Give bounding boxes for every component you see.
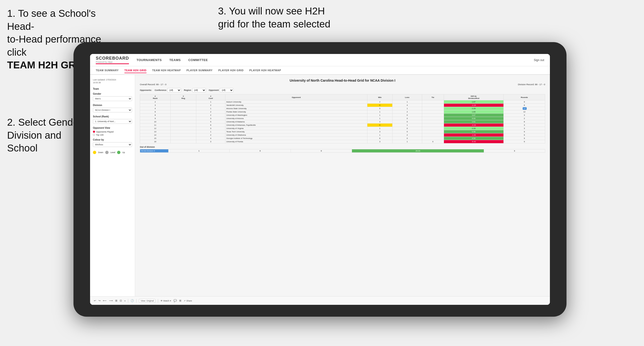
sign-out-link[interactable]: Sign out [534,58,544,62]
clock-btn[interactable]: 🕐 [130,299,134,302]
col-conf: #Conf [196,94,226,100]
subnav: TEAM SUMMARY TEAM H2H GRID TEAM H2H HEAT… [90,66,550,75]
radio-dot-2 [93,134,95,136]
legend-level-label: Level [110,151,115,154]
subnav-player-h2h-grid[interactable]: PLAYER H2H GRID [218,68,244,73]
radio-top100[interactable]: Top 100 [93,134,132,136]
colour-by-label: Colour by [93,139,132,141]
step-back-btn[interactable]: ⟵ [103,299,107,302]
gender-select[interactable]: Men's [93,96,132,101]
data-table: #Rank #Reg #Conf Opponent Win Loss Tie D… [140,94,545,143]
out-of-division: Out of division NCAA Division II 1 0 0 2… [140,146,545,153]
subnav-team-h2h-grid[interactable]: TEAM H2H GRID [124,68,146,73]
opponents-label: Opponents: [140,89,152,91]
nav-items: TOURNAMENTS TEAMS COMMITTEE [136,57,534,63]
tablet: SCOREBOARD Powered by clippi TOURNAMENTS… [74,42,566,317]
navbar: SCOREBOARD Powered by clippi TOURNAMENTS… [90,54,550,66]
ann2-line2: Division and [7,130,62,141]
undo-btn[interactable]: ↩ [94,299,96,302]
ann2-line1: 2. Select Gender, [7,117,84,128]
col-loss: Loss [392,94,422,100]
ann3-line2: grid for the team selected [218,18,330,30]
opponent-filter-select[interactable]: (All) [220,88,234,92]
team-label: Team [93,88,132,90]
overall-record: Overall Record: 89 - 17 - 0 [140,83,166,86]
ood-table: NCAA Division II 1 0 0 26.00 3 [140,149,545,153]
share-btn[interactable]: ↗ Share [184,300,192,302]
subnav-team-summary[interactable]: TEAM SUMMARY [96,68,119,73]
division-select[interactable]: NCAA Division I [93,108,132,112]
conference-filter-select[interactable]: (All) [167,88,181,92]
ood-rounds: 3 [484,149,545,153]
radio-label-2: Top 100 [96,134,104,136]
radio-opponents-played[interactable]: Opponents Played [93,131,132,133]
divider-1 [128,299,128,303]
timestamp-value: 16:55:38 [93,81,101,84]
copy-btn[interactable]: ⊞ [115,299,117,302]
filter-row: Opponents: Conference (All) Region (All) [140,88,545,92]
radio-label-1: Opponents Played [96,131,114,133]
table-row: 154Georgia Institute of Technology604.50… [140,137,545,140]
step-fwd-btn[interactable]: ⟶ [109,299,113,302]
logo: SCOREBOARD Powered by clippi [96,56,129,64]
table-row: 131Texas Tech University305.569 [140,130,545,134]
legend-up-dot [117,151,120,154]
legend-down-label: Down [98,151,103,154]
ood-loss: 0 [230,149,291,153]
subnav-player-h2h-heatmap[interactable]: PLAYER H2H HEATMAP [249,68,281,73]
division-record: Division Record: 88 - 17 - 0 [518,83,545,86]
paste-btn[interactable]: ⊡ [120,299,122,302]
filter-opponents: Opponents: [140,89,152,91]
nav-tournaments[interactable]: TOURNAMENTS [136,57,162,63]
legend: Down Level Up [93,151,132,154]
opponent-view-label: Opponent View [93,127,132,129]
timestamp-label: Last Updated: 27/03/2024 [93,79,116,81]
legend-down-dot [93,151,96,154]
ann1-line1: 1. To see a School's Head- [7,8,96,32]
ann3-line1: 3. You will now see H2H [218,5,325,16]
col-diff: Diff AvStrokes/Rnd [444,94,504,100]
subnav-player-summary[interactable]: PLAYER SUMMARY [186,68,212,73]
school-select[interactable]: 1. University of Nort... [93,119,132,124]
watch-label: Watch [163,300,169,302]
nav-committee[interactable]: COMMITTEE [188,57,208,63]
main-content: Last Updated: 27/03/2024 16:55:38 Team G… [90,75,550,296]
divider-2 [136,299,136,303]
school-label: School (Rank) [93,115,132,118]
add-btn[interactable]: + [124,299,126,302]
ood-name: NCAA Division II [140,149,168,153]
region-filter-select[interactable]: (All) [192,88,206,92]
tablet-screen: SCOREBOARD Powered by clippi TOURNAMENTS… [90,54,550,305]
ood-tie: 0 [291,149,352,153]
col-rounds: Rounds [504,94,545,100]
watch-btn[interactable]: 👁 Watch ▾ [160,300,171,302]
nav-teams[interactable]: TEAMS [169,57,180,63]
ood-label: Out of division [140,146,545,148]
subnav-team-h2h-heatmap[interactable]: TEAM H2H HEATMAP [152,68,181,73]
redo-btn[interactable]: ↪ [98,299,100,302]
share-label: Share [186,300,192,302]
annotation-2: 2. Select Gender, Division and School [7,116,84,155]
gender-label: Gender [93,93,132,95]
ood-row: NCAA Division II 1 0 0 26.00 3 [140,149,545,153]
view-label: View: Original [140,300,154,302]
table-row: 116University of Arkansas, Fayetteville0… [140,124,545,127]
table-row: 82University of Washington103.673 [140,114,545,117]
filter-opponent: Opponent (All) [209,88,234,92]
logo-text: SCOREBOARD [96,56,129,61]
table-row: 105University of Alabama302.618 [140,120,545,124]
ood-win: 1 [168,149,230,153]
colour-by-select[interactable]: Win/loss [93,142,132,147]
comment-btn[interactable]: 💬 [174,299,177,302]
view-original-btn[interactable]: View: Original [139,299,155,303]
table-row: 32Vanderbilt University04-2.298 [140,104,545,107]
table-row: 142University of Oklahoma12-1.009 [140,134,545,137]
table-row: 41Arizona State University512.2917 [140,107,545,110]
grid-btn[interactable]: ⊞ [179,299,181,302]
col-opponent: Opponent [225,94,367,100]
table-row: 123University of Virginia102.333 [140,127,545,130]
filter-region: Region (All) [184,88,206,92]
grid-title: University of North Carolina Head-to-Hea… [140,79,545,82]
col-rank: #Rank [140,94,171,100]
left-panel: Last Updated: 27/03/2024 16:55:38 Team G… [90,75,135,296]
